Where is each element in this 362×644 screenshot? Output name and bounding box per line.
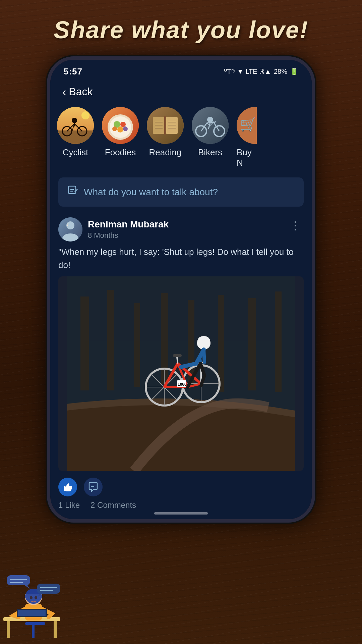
- comment-button[interactable]: [84, 478, 103, 496]
- svg-rect-48: [248, 298, 256, 390]
- svg-point-7: [72, 118, 77, 123]
- reading-scene-icon: [147, 107, 184, 144]
- cyclist-scene-icon: [57, 107, 94, 144]
- svg-point-14: [120, 122, 126, 127]
- category-buy[interactable]: 🛒 Buy N: [237, 107, 257, 168]
- bottom-illustration: [0, 570, 67, 644]
- post-author: Reniman Mubarak 8 Months: [58, 217, 169, 241]
- like-count: 1 Like: [58, 500, 80, 510]
- home-indicator: [154, 512, 208, 515]
- category-avatar-buy: 🛒: [237, 107, 257, 144]
- battery-indicator: 28%: [274, 68, 287, 75]
- svg-rect-79: [37, 584, 60, 594]
- svg-rect-71: [25, 622, 45, 625]
- category-avatar-reading: [147, 107, 184, 144]
- categories-row: Cyclist: [50, 104, 312, 175]
- category-avatar-bikers: [192, 107, 229, 144]
- svg-point-16: [112, 126, 117, 131]
- post-input-placeholder: What do you want to talk about?: [84, 187, 218, 198]
- category-reading[interactable]: Reading: [147, 107, 184, 158]
- foodies-scene-icon: [102, 107, 139, 144]
- author-info: Reniman Mubarak 8 Months: [88, 219, 169, 240]
- chevron-left-icon: ‹: [62, 85, 66, 98]
- nav-bar: ‹ Back: [50, 80, 312, 104]
- svg-rect-44: [134, 303, 140, 387]
- signal-icons: ᵁTʳʸ ▼ LTE ℝ▲: [224, 67, 271, 75]
- category-buy-label: Buy N: [237, 147, 257, 168]
- category-foodies[interactable]: Foodies: [102, 107, 139, 158]
- svg-rect-70: [54, 621, 57, 638]
- phone-screen: 5:57 ᵁTʳʸ ▼ LTE ℝ▲ 28% 🔋 ‹ Back: [50, 60, 312, 519]
- post-header: Reniman Mubarak 8 Months ⋮: [58, 212, 304, 246]
- category-reading-label: Reading: [149, 147, 182, 158]
- svg-point-75: [30, 596, 33, 599]
- author-avatar: [58, 217, 82, 241]
- svg-point-76: [35, 596, 37, 599]
- svg-rect-78: [18, 610, 46, 616]
- svg-text:1066: 1066: [178, 382, 187, 387]
- svg-point-15: [117, 126, 123, 132]
- post-image: 1066: [58, 276, 304, 471]
- category-avatar-foodies: [102, 107, 139, 144]
- svg-rect-21: [164, 116, 166, 135]
- svg-line-61: [177, 357, 178, 364]
- svg-rect-43: [107, 290, 114, 390]
- svg-point-31: [207, 117, 213, 123]
- category-avatar-cyclist: [57, 107, 94, 144]
- svg-rect-82: [7, 575, 30, 585]
- category-cyclist-label: Cyclist: [63, 147, 88, 158]
- category-bikers-label: Bikers: [198, 147, 222, 158]
- edit-icon: [68, 185, 78, 199]
- svg-rect-72: [32, 625, 35, 638]
- post-time: 8 Months: [88, 231, 169, 240]
- more-options-button[interactable]: ⋮: [287, 217, 304, 233]
- battery-icon: 🔋: [290, 67, 298, 75]
- post-actions: [58, 471, 304, 500]
- post-content-text: "When my legs hurt, I say: 'Shut up legs…: [58, 246, 304, 276]
- author-avatar-image: [58, 217, 82, 241]
- category-bikers[interactable]: Bikers: [192, 107, 229, 158]
- svg-point-9: [81, 111, 89, 119]
- svg-point-17: [123, 126, 128, 131]
- status-bar: 5:57 ᵁTʳʸ ▼ LTE ℝ▲ 28% 🔋: [50, 60, 312, 80]
- svg-rect-42: [80, 297, 89, 390]
- post-card: Reniman Mubarak 8 Months ⋮ "When my legs…: [58, 212, 304, 517]
- svg-text:🛒: 🛒: [240, 116, 257, 132]
- author-name: Reniman Mubarak: [88, 219, 169, 230]
- category-cyclist[interactable]: Cyclist: [57, 107, 94, 158]
- status-time: 5:57: [64, 66, 82, 77]
- svg-rect-62: [173, 354, 182, 357]
- bikers-scene-icon: [192, 107, 229, 144]
- svg-rect-49: [275, 291, 282, 392]
- back-button[interactable]: ‹ Back: [62, 85, 93, 98]
- post-input-bar[interactable]: What do you want to talk about?: [58, 177, 304, 207]
- buy-scene-icon: 🛒: [237, 107, 257, 144]
- post-cycling-image: 1066: [58, 276, 304, 471]
- back-label: Back: [69, 86, 93, 98]
- like-button[interactable]: [58, 478, 77, 496]
- comment-count: 2 Comments: [90, 500, 136, 510]
- category-foodies-label: Foodies: [105, 147, 136, 158]
- svg-rect-69: [7, 621, 10, 638]
- status-right: ᵁTʳʸ ▼ LTE ℝ▲ 28% 🔋: [224, 67, 298, 75]
- phone-frame: 5:57 ᵁTʳʸ ▼ LTE ℝ▲ 28% 🔋 ‹ Back: [47, 56, 315, 523]
- page-headline: Share what you love!: [0, 16, 362, 44]
